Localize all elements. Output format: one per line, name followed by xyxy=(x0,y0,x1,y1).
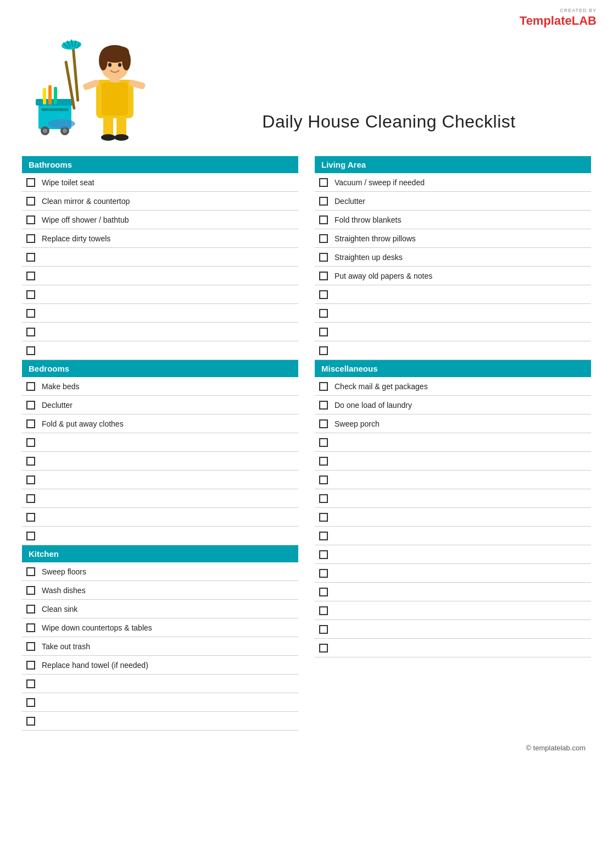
checkbox[interactable] xyxy=(26,586,35,595)
checklist-row: Wipe toilet seat xyxy=(22,173,298,192)
checkbox[interactable] xyxy=(319,569,328,578)
item-label: Sweep floors xyxy=(42,567,86,576)
checklist-row: Wipe off shower / bathtub xyxy=(22,211,298,229)
checklist-row: Vacuum / sweep if needed xyxy=(315,173,591,192)
checklist-row: Straighten throw pillows xyxy=(315,229,591,248)
item-label xyxy=(335,494,337,503)
checkbox[interactable] xyxy=(26,272,35,280)
checkbox[interactable] xyxy=(26,532,35,540)
checklist-row xyxy=(22,285,298,304)
checkbox[interactable] xyxy=(319,253,328,262)
checkbox[interactable] xyxy=(26,494,35,503)
checkbox[interactable] xyxy=(319,178,328,187)
checkbox[interactable] xyxy=(26,567,35,576)
checklist-row xyxy=(315,564,591,583)
checkbox[interactable] xyxy=(319,550,328,559)
checkbox[interactable] xyxy=(319,401,328,410)
section-header-bedrooms: Bedrooms xyxy=(22,360,298,377)
checkbox[interactable] xyxy=(26,698,35,707)
item-label xyxy=(42,532,44,540)
checkbox[interactable] xyxy=(26,197,35,206)
checkbox[interactable] xyxy=(26,457,35,466)
checkbox[interactable] xyxy=(319,419,328,428)
checkbox[interactable] xyxy=(26,513,35,522)
item-label xyxy=(42,679,44,688)
checkbox[interactable] xyxy=(26,328,35,336)
created-by-label: CREATED BY xyxy=(520,8,597,13)
item-label xyxy=(335,644,337,653)
item-label: Replace hand towel (if needed) xyxy=(42,661,148,670)
item-label: Do one load of laundry xyxy=(335,401,412,410)
checkbox[interactable] xyxy=(319,532,328,540)
checkbox[interactable] xyxy=(26,253,35,262)
checklist-row xyxy=(315,508,591,527)
checkbox[interactable] xyxy=(26,234,35,243)
logo-lab: LAB xyxy=(572,14,597,27)
checkbox[interactable] xyxy=(26,623,35,632)
checkbox[interactable] xyxy=(319,476,328,484)
main-grid: BathroomsWipe toilet seatClean mirror & … xyxy=(22,156,591,731)
svg-rect-28 xyxy=(72,47,80,102)
item-label xyxy=(42,328,44,336)
checkbox[interactable] xyxy=(319,272,328,280)
checkbox[interactable] xyxy=(319,328,328,336)
checkbox[interactable] xyxy=(319,606,328,615)
checkbox[interactable] xyxy=(319,513,328,522)
checkbox[interactable] xyxy=(319,234,328,243)
section-miscellaneous: MiscellaneousCheck mail & get packagesDo… xyxy=(315,360,591,657)
item-label xyxy=(42,494,44,503)
item-label: Wipe down countertops & tables xyxy=(42,623,152,632)
checkbox[interactable] xyxy=(26,661,35,670)
checkbox[interactable] xyxy=(26,419,35,428)
checklist-row xyxy=(315,583,591,601)
checkbox[interactable] xyxy=(26,605,35,613)
checkbox[interactable] xyxy=(319,438,328,447)
checkbox[interactable] xyxy=(26,215,35,224)
checkbox[interactable] xyxy=(319,346,328,355)
checkbox[interactable] xyxy=(26,642,35,651)
checkbox[interactable] xyxy=(26,679,35,688)
item-label xyxy=(335,550,337,559)
checkbox[interactable] xyxy=(26,717,35,726)
checkbox[interactable] xyxy=(319,382,328,391)
checkbox[interactable] xyxy=(319,625,328,634)
checkbox[interactable] xyxy=(319,494,328,503)
checkbox[interactable] xyxy=(26,401,35,410)
checkbox[interactable] xyxy=(26,178,35,187)
item-label xyxy=(42,272,44,280)
checkbox[interactable] xyxy=(319,588,328,596)
checklist-row xyxy=(315,304,591,323)
checkbox[interactable] xyxy=(26,346,35,355)
svg-point-21 xyxy=(99,51,108,70)
checkbox[interactable] xyxy=(319,197,328,206)
checkbox[interactable] xyxy=(26,438,35,447)
checkbox[interactable] xyxy=(26,309,35,318)
header-area: Daily House Cleaning Checklist xyxy=(22,16,591,143)
footer-text: © templatelab.com xyxy=(526,744,586,752)
checkbox[interactable] xyxy=(26,290,35,299)
checkbox[interactable] xyxy=(319,457,328,466)
checklist-row xyxy=(315,527,591,545)
checklist-row: Replace dirty towels xyxy=(22,229,298,248)
checklist-row: Do one load of laundry xyxy=(315,396,591,414)
checklist-row xyxy=(22,323,298,341)
checklist-row xyxy=(22,489,298,508)
item-label xyxy=(335,346,337,355)
checkbox[interactable] xyxy=(319,309,328,318)
checkbox[interactable] xyxy=(26,382,35,391)
svg-point-14 xyxy=(101,134,115,141)
checkbox[interactable] xyxy=(26,476,35,484)
checkbox[interactable] xyxy=(319,644,328,653)
checklist-row: Clean sink xyxy=(22,600,298,618)
svg-rect-11 xyxy=(54,87,57,104)
checkbox[interactable] xyxy=(319,215,328,224)
checklist-row xyxy=(315,341,591,360)
illustration xyxy=(22,16,176,143)
item-label: Wipe off shower / bathtub xyxy=(42,215,129,224)
item-label: Clean sink xyxy=(42,605,77,613)
item-label xyxy=(335,588,337,596)
checklist-row xyxy=(315,639,591,657)
checkbox[interactable] xyxy=(319,290,328,299)
checklist-row xyxy=(22,508,298,527)
checklist-row: Replace hand towel (if needed) xyxy=(22,656,298,675)
